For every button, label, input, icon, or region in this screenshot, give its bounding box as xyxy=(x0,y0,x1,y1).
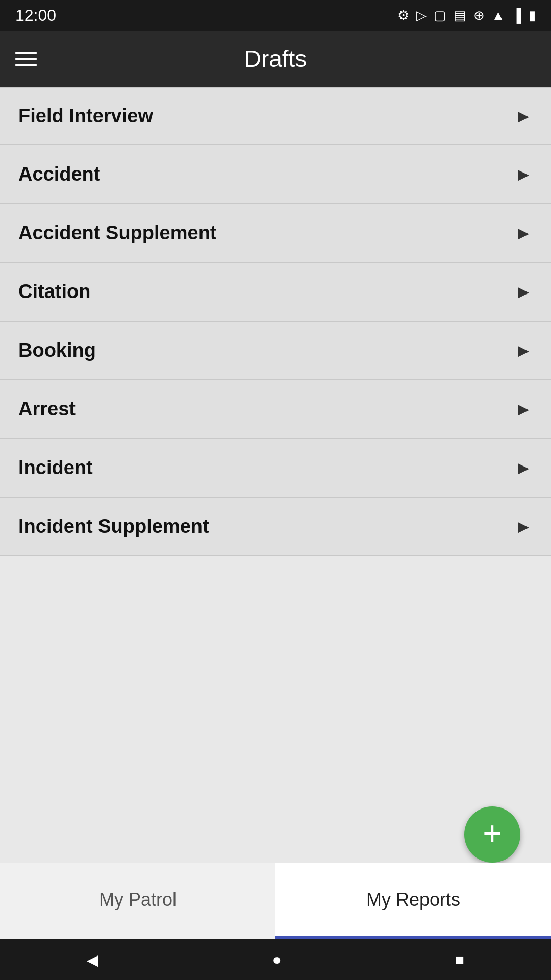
status-icons: ⚙ ▷ ▢ ▤ ⊕ ▲ ▐ ▮ xyxy=(397,8,536,23)
list-item-field-interview[interactable]: Field Interview ► xyxy=(0,87,551,145)
tab-label-my-patrol: My Patrol xyxy=(99,889,177,911)
chevron-right-icon: ► xyxy=(514,340,533,361)
list-item-label-arrest: Arrest xyxy=(18,398,76,420)
add-button[interactable]: + xyxy=(464,806,520,863)
chevron-right-icon: ► xyxy=(514,223,533,244)
plus-icon: + xyxy=(483,817,502,850)
drafts-list: Field Interview ► Accident ► Accident Su… xyxy=(0,87,551,556)
header: Drafts xyxy=(0,31,551,87)
fab-container: + xyxy=(464,806,520,863)
list-item-label-booking: Booking xyxy=(18,339,96,361)
wifi-icon: ▲ xyxy=(492,8,505,23)
chevron-right-icon: ► xyxy=(514,516,533,537)
location-icon: ⊕ xyxy=(473,8,485,23)
home-button[interactable]: ● xyxy=(272,951,281,968)
list-item-accident[interactable]: Accident ► xyxy=(0,145,551,204)
stop-icon: ▢ xyxy=(434,8,446,23)
battery-icon: ▮ xyxy=(529,8,536,23)
list-item-label-field-interview: Field Interview xyxy=(18,105,153,127)
recent-button[interactable]: ■ xyxy=(455,951,464,968)
back-button[interactable]: ◀ xyxy=(87,951,98,969)
status-bar: 12:00 ⚙ ▷ ▢ ▤ ⊕ ▲ ▐ ▮ xyxy=(0,0,551,31)
tab-my-patrol[interactable]: My Patrol xyxy=(0,863,276,939)
nav-bar: ◀ ● ■ xyxy=(0,939,551,980)
list-item-label-incident: Incident xyxy=(18,457,93,479)
list-item-arrest[interactable]: Arrest ► xyxy=(0,380,551,439)
chevron-right-icon: ► xyxy=(514,164,533,185)
list-item-accident-supplement[interactable]: Accident Supplement ► xyxy=(0,204,551,263)
page-title: Drafts xyxy=(57,45,494,72)
tab-label-my-reports: My Reports xyxy=(366,889,460,911)
list-item-label-accident-supplement: Accident Supplement xyxy=(18,222,217,244)
spacer xyxy=(0,556,551,709)
bottom-tab-bar: My PatrolMy Reports xyxy=(0,863,551,939)
list-item-label-accident: Accident xyxy=(18,163,100,185)
chevron-right-icon: ► xyxy=(514,281,533,303)
sim-icon: ▤ xyxy=(454,8,466,23)
list-item-incident-supplement[interactable]: Incident Supplement ► xyxy=(0,498,551,556)
menu-button[interactable] xyxy=(15,52,37,66)
signal-icon: ▐ xyxy=(512,8,521,23)
chevron-right-icon: ► xyxy=(514,399,533,420)
list-item-label-incident-supplement: Incident Supplement xyxy=(18,516,209,537)
list-item-booking[interactable]: Booking ► xyxy=(0,322,551,380)
chevron-right-icon: ► xyxy=(514,457,533,479)
tab-my-reports[interactable]: My Reports xyxy=(276,863,551,939)
play-icon: ▷ xyxy=(416,8,427,23)
list-item-incident[interactable]: Incident ► xyxy=(0,439,551,498)
settings-icon: ⚙ xyxy=(397,8,409,23)
status-time: 12:00 xyxy=(15,6,56,25)
chevron-right-icon: ► xyxy=(514,106,533,127)
list-item-label-citation: Citation xyxy=(18,281,90,303)
list-item-citation[interactable]: Citation ► xyxy=(0,263,551,322)
